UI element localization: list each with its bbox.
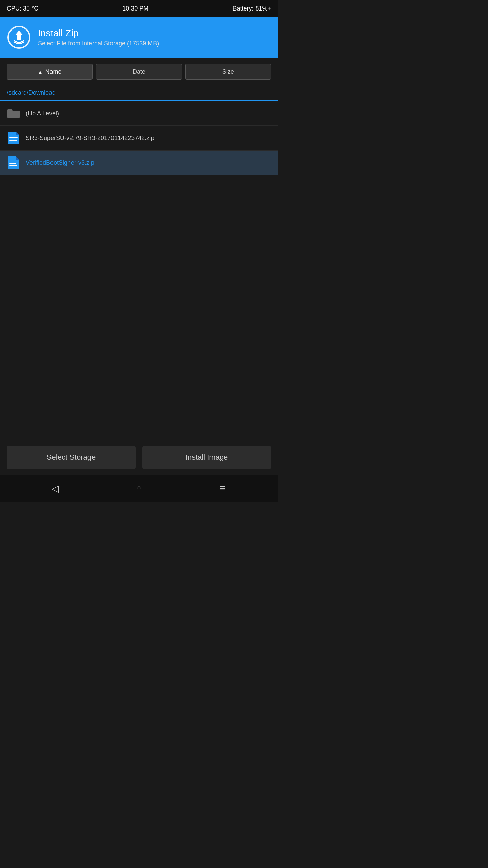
menu-icon[interactable]: ≡ xyxy=(212,478,233,498)
path-bar: /sdcard/Download xyxy=(0,85,278,101)
list-item[interactable]: SR3-SuperSU-v2.79-SR3-20170114223742.zip xyxy=(0,126,278,151)
bottom-buttons: Select Storage Install Image xyxy=(0,440,278,475)
home-icon[interactable]: ⌂ xyxy=(129,478,149,498)
list-item[interactable]: VerifiedBootSigner-v3.zip xyxy=(0,151,278,175)
header-text: Install Zip Select File from Internal St… xyxy=(38,28,159,47)
svg-rect-6 xyxy=(9,162,18,162)
app-title: Install Zip xyxy=(38,28,159,39)
install-image-button[interactable]: Install Image xyxy=(142,446,271,469)
sort-bar: ▲ Name Date Size xyxy=(0,58,278,85)
svg-rect-7 xyxy=(9,163,16,164)
content-area: ▲ Name Date Size /sdcard/Download (Up A … xyxy=(0,58,278,502)
file-name-label: VerifiedBootSigner-v3.zip xyxy=(26,159,94,166)
file-name-label: SR3-SuperSU-v2.79-SR3-20170114223742.zip xyxy=(26,135,154,142)
navigation-bar: ◁ ⌂ ≡ xyxy=(0,475,278,502)
sort-size-button[interactable]: Size xyxy=(185,64,271,80)
battery-status: Battery: 81%+ xyxy=(232,5,271,12)
sort-date-label: Date xyxy=(133,68,145,75)
app-subtitle: Select File from Internal Storage (17539… xyxy=(38,40,159,47)
sort-name-label: Name xyxy=(45,68,62,75)
time-status: 10:30 PM xyxy=(122,5,148,12)
folder-icon xyxy=(7,106,20,120)
sort-size-label: Size xyxy=(222,68,234,75)
sort-name-button[interactable]: ▲ Name xyxy=(7,64,93,80)
list-item[interactable]: (Up A Level) xyxy=(0,101,278,126)
status-bar: CPU: 35 °C 10:30 PM Battery: 81%+ xyxy=(0,0,278,17)
app-header: Install Zip Select File from Internal St… xyxy=(0,17,278,58)
file-name-label: (Up A Level) xyxy=(26,110,59,117)
file-icon xyxy=(7,156,20,170)
file-icon xyxy=(7,131,20,145)
svg-rect-3 xyxy=(9,137,18,138)
cpu-status: CPU: 35 °C xyxy=(7,5,38,12)
sort-date-button[interactable]: Date xyxy=(96,64,182,80)
install-zip-icon xyxy=(7,25,31,50)
sort-arrow-icon: ▲ xyxy=(38,69,43,75)
svg-rect-4 xyxy=(9,139,16,139)
select-storage-button[interactable]: Select Storage xyxy=(7,446,136,469)
back-icon[interactable]: ◁ xyxy=(45,478,65,498)
svg-rect-8 xyxy=(9,165,17,166)
svg-rect-5 xyxy=(9,140,17,141)
current-path: /sdcard/Download xyxy=(7,89,56,96)
